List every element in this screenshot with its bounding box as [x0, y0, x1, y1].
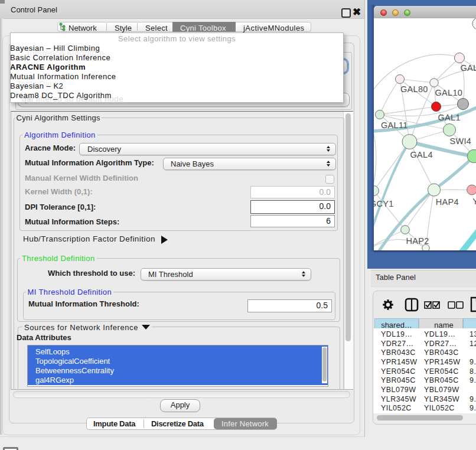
svg-text:GAL10: GAL10 [435, 88, 463, 97]
svg-text:HAP4: HAP4 [436, 197, 459, 207]
svg-text:GAL1: GAL1 [438, 113, 461, 122]
svg-text:Y: Y [472, 197, 476, 206]
svg-text:GCY1: GCY1 [374, 199, 394, 208]
svg-text:GAL80: GAL80 [400, 84, 428, 94]
svg-text:GAL11: GAL11 [381, 120, 408, 130]
svg-text:SWI4: SWI4 [450, 136, 472, 146]
svg-text:HAP2: HAP2 [406, 236, 429, 246]
svg-text:GAL4: GAL4 [461, 63, 476, 73]
svg-text:GAL4: GAL4 [410, 150, 433, 159]
